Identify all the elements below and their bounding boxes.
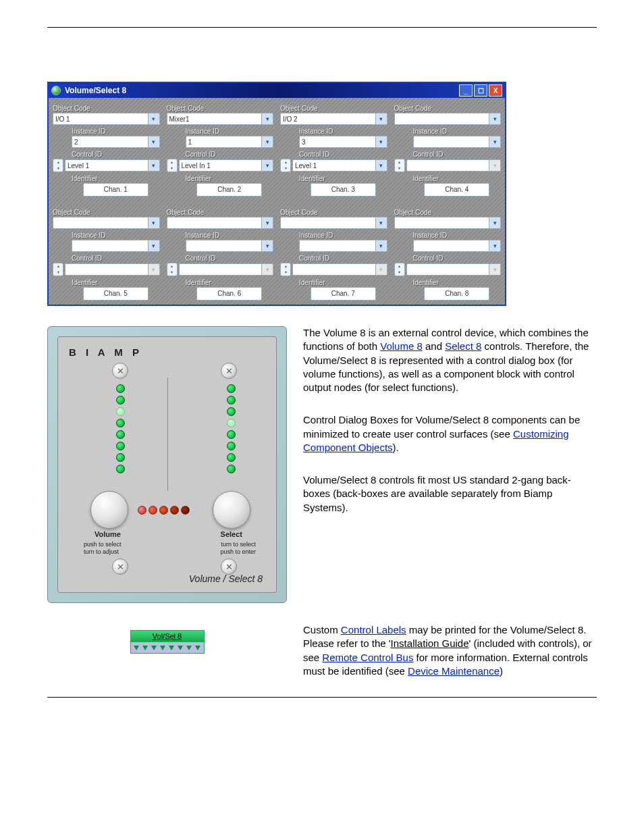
order-stepper[interactable]: ▴▾ — [280, 159, 291, 172]
object-code-select[interactable]: I/O 2▾ — [280, 113, 387, 125]
chevron-down-icon: ▾ — [148, 160, 159, 171]
volume8-link[interactable]: Volume 8 — [380, 340, 423, 352]
device-panel: B I A M P ✕ ✕ Volume Select push to sele… — [47, 326, 287, 603]
identifier-label: Identifier — [299, 175, 387, 182]
order-stepper: ▴▾ — [53, 263, 63, 276]
instance-id-select[interactable]: 3▾ — [299, 136, 387, 148]
identifier-label: Identifier — [186, 175, 274, 182]
chevron-down-icon: ▾ — [261, 240, 273, 251]
instance-id-select[interactable]: 2▾ — [72, 136, 160, 148]
object-code-label: Object Code — [394, 105, 502, 112]
instance-id-label: Instance ID — [72, 128, 160, 135]
indicator-leds — [138, 506, 190, 515]
identifier-field[interactable]: Chan. 4 — [424, 183, 489, 197]
chevron-down-icon: ▾ — [148, 113, 159, 124]
control-id-select[interactable]: Level 1▾ — [65, 159, 160, 172]
chevron-down-icon: ▾ — [148, 217, 159, 228]
chevron-down-icon: ▾ — [489, 264, 500, 275]
chevron-down-icon: ▾ — [375, 136, 387, 147]
chevron-down-icon: ▾ — [148, 264, 159, 275]
object-code-label: Object Code — [167, 209, 274, 216]
identifier-field[interactable]: Chan. 1 — [83, 183, 149, 197]
object-code-select[interactable]: ▾ — [280, 217, 387, 229]
device-title: Volume / Select 8 — [189, 573, 263, 584]
chevron-down-icon: ▾ — [489, 240, 500, 251]
channel-column: Object CodeI/O 1▾Instance ID2▾Control ID… — [53, 102, 160, 197]
chevron-down-icon: ▾ — [375, 160, 387, 171]
identifier-label: Identifier — [413, 279, 502, 286]
instance-id-label: Instance ID — [299, 128, 387, 135]
object-code-select[interactable]: ▾ — [394, 217, 502, 229]
control-labels-link[interactable]: Control Labels — [341, 624, 406, 635]
dialog-title: Volume/Select 8 — [65, 86, 126, 95]
instance-id-select[interactable]: ▾ — [186, 240, 274, 252]
component-nodes — [131, 642, 204, 653]
divider — [167, 377, 168, 491]
remote-control-bus-link[interactable]: Remote Control Bus — [322, 652, 413, 663]
volume-knob[interactable] — [90, 491, 128, 529]
chevron-down-icon: ▾ — [489, 160, 500, 171]
select-knob[interactable] — [213, 491, 250, 529]
object-code-select[interactable]: ▾ — [53, 217, 160, 229]
maximize-button[interactable]: ☐ — [474, 84, 487, 97]
chevron-down-icon: ▾ — [489, 113, 500, 124]
order-stepper: ▴▾ — [394, 159, 405, 172]
chevron-down-icon: ▾ — [375, 264, 387, 275]
object-code-select[interactable]: ▾ — [167, 217, 274, 229]
identifier-label: Identifier — [186, 279, 274, 286]
device-maintenance-link[interactable]: Device Maintenance — [408, 665, 500, 677]
order-stepper: ▴▾ — [280, 263, 291, 276]
identifier-field[interactable]: Chan. 7 — [311, 287, 376, 301]
channel-column: Object Code▾Instance ID▾Control ID▴▾▾Ide… — [53, 206, 160, 301]
chevron-down-icon: ▾ — [489, 136, 500, 147]
channel-column: Object Code▾Instance ID▾Control ID▴▾▾Ide… — [280, 206, 387, 301]
control-id-select: ▾ — [406, 159, 502, 172]
labels-text: Custom Control Labels may be printed for… — [303, 623, 597, 697]
identifier-field[interactable]: Chan. 2 — [196, 183, 262, 197]
dialog-icon — [51, 86, 61, 95]
dialog-titlebar[interactable]: Volume/Select 8 _ ☐ X — [49, 83, 505, 98]
control-id-select[interactable]: Level 1▾ — [292, 159, 387, 172]
chevron-down-icon: ▾ — [261, 113, 273, 124]
control-id-label: Control ID — [299, 151, 387, 158]
chevron-down-icon: ▾ — [375, 240, 387, 251]
identifier-field[interactable]: Chan. 3 — [311, 183, 376, 197]
instance-id-select[interactable]: ▾ — [72, 240, 160, 252]
order-stepper[interactable]: ▴▾ — [167, 159, 178, 172]
identifier-label: Identifier — [413, 175, 502, 182]
identifier-field[interactable]: Chan. 6 — [196, 287, 262, 301]
object-code-select[interactable]: ▾ — [394, 113, 502, 125]
volume-sublabel: push to selectturn to adjust — [84, 541, 122, 556]
channel-column: Object CodeI/O 2▾Instance ID3▾Control ID… — [280, 102, 387, 197]
instance-id-label: Instance ID — [413, 128, 502, 135]
object-code-select[interactable]: Mixer1▾ — [167, 113, 274, 125]
screw-icon: ✕ — [112, 558, 128, 575]
control-id-select[interactable]: Level In 1▾ — [179, 159, 274, 172]
biamp-logo: B I A M P — [69, 346, 142, 358]
order-stepper: ▴▾ — [394, 263, 405, 276]
channel-column: Object Code▾Instance ID▾Control ID▴▾▾Ide… — [394, 206, 502, 301]
instance-id-select[interactable]: ▾ — [413, 136, 502, 148]
identifier-label: Identifier — [72, 175, 160, 182]
control-id-label: Control ID — [413, 255, 502, 262]
chevron-down-icon: ▾ — [261, 217, 273, 228]
instance-id-select[interactable]: ▾ — [413, 240, 502, 252]
component-block[interactable]: Vol/Sel 8 — [130, 630, 205, 654]
order-stepper[interactable]: ▴▾ — [53, 159, 63, 172]
minimize-button[interactable]: _ — [459, 84, 473, 97]
object-code-select[interactable]: I/O 1▾ — [53, 113, 160, 125]
component-label: Vol/Sel 8 — [131, 631, 204, 642]
object-code-label: Object Code — [280, 105, 387, 112]
identifier-field[interactable]: Chan. 8 — [424, 287, 489, 301]
instance-id-select[interactable]: 1▾ — [186, 136, 274, 148]
chevron-down-icon: ▾ — [261, 264, 273, 275]
identifier-label: Identifier — [72, 279, 160, 286]
identifier-field[interactable]: Chan. 5 — [83, 287, 149, 301]
close-button[interactable]: X — [489, 84, 502, 97]
select8-link[interactable]: Select 8 — [445, 340, 481, 352]
control-id-select: ▾ — [65, 263, 160, 276]
header-rule — [47, 27, 597, 28]
screw-icon: ✕ — [112, 363, 128, 379]
control-id-label: Control ID — [72, 255, 160, 262]
instance-id-select[interactable]: ▾ — [299, 240, 387, 252]
